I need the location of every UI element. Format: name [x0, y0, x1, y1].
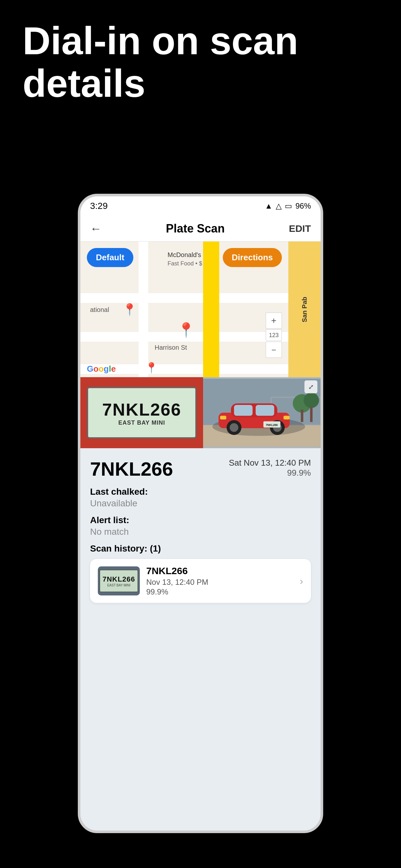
directions-button[interactable]: Directions [223, 248, 282, 267]
svg-rect-12 [220, 416, 226, 420]
car-scene-svg: 7NKL266 [203, 377, 320, 448]
scan-history-label: Scan history: (1) [90, 544, 311, 554]
map-label-mcdonalds: McDonald's [167, 251, 201, 259]
history-info: 7NKL266 Nov 13, 12:40 PM 99.9% [146, 565, 293, 596]
status-icons: ▲ △ ▭ 96% [265, 202, 311, 211]
scan-date: Sat Nov 13, 12:40 PM [229, 458, 311, 468]
status-bar: 3:29 ▲ △ ▭ 96% [81, 196, 320, 216]
expand-icon[interactable]: ⤢ [305, 380, 317, 393]
svg-rect-7 [256, 405, 274, 416]
road-v1 [138, 242, 148, 377]
plate-sub-display: EAST BAY MINI [118, 420, 165, 426]
history-card[interactable]: 7NKL266 EAST BAY MINI 7NKL266 Nov 13, 12… [90, 559, 311, 603]
san-pablo-label: San Pab [301, 297, 308, 322]
hero-title: Dial-in on scan details [23, 20, 378, 104]
history-plate-sub: EAST BAY MINI [107, 584, 130, 587]
map-label-harrison: Harrison St [155, 344, 187, 351]
plate-display: 7NKL266 EAST BAY MINI [87, 387, 197, 438]
phone-mockup: 3:29 ▲ △ ▭ 96% ← Plate Scan EDIT McDonal… [78, 194, 323, 833]
scan-confidence: 99.9% [229, 468, 311, 478]
history-thumb: 7NKL266 EAST BAY MINI [98, 566, 140, 595]
history-thumb-inner: 7NKL266 EAST BAY MINI [99, 569, 138, 592]
car-image[interactable]: 7NKL266 ⤢ [203, 377, 320, 448]
svg-point-18 [304, 393, 319, 408]
back-button[interactable]: ← [90, 222, 102, 236]
map-pin-red-icon: 📍 [177, 321, 195, 338]
last-chalked-value: Unavailable [90, 498, 311, 508]
alert-list-label: Alert list: [90, 515, 311, 525]
svg-point-9 [229, 423, 238, 432]
plate-heading-row: 7NKL266 Sat Nov 13, 12:40 PM 99.9% [90, 458, 311, 480]
zoom-in-button[interactable]: + [266, 313, 282, 329]
alert-list-value: No match [90, 527, 311, 537]
scan-meta: Sat Nov 13, 12:40 PM 99.9% [229, 458, 311, 478]
svg-rect-6 [234, 405, 252, 416]
details-section: 7NKL266 Sat Nov 13, 12:40 PM 99.9% Last … [81, 448, 320, 609]
map-container[interactable]: McDonald's Fast Food • $ ▼ Harrison St a… [81, 242, 320, 377]
wifi-icon: ▲ [265, 202, 273, 211]
road-v2 [203, 242, 219, 377]
history-confidence: 99.9% [146, 587, 293, 596]
map-zoom-controls: + 123 － [266, 313, 282, 358]
zoom-out-button[interactable]: － [266, 342, 282, 358]
svg-rect-17 [301, 409, 304, 422]
alert-list-row: Alert list: No match [90, 515, 311, 537]
map-label-national: ational [90, 306, 109, 314]
signal-icon: △ [276, 202, 281, 211]
history-plate-text: 7NKL266 [102, 575, 135, 584]
road-h1 [81, 293, 320, 303]
svg-text:7NKL266: 7NKL266 [266, 423, 278, 427]
history-plate-num: 7NKL266 [146, 565, 293, 577]
status-time: 3:29 [90, 201, 108, 211]
scan-images-row: 7NKL266 EAST BAY MINI [81, 377, 320, 448]
edit-button[interactable]: EDIT [289, 223, 311, 234]
svg-rect-19 [310, 407, 312, 422]
map-pin-gray-icon: 📍 [122, 303, 137, 316]
plate-number-heading: 7NKL266 [90, 458, 173, 480]
plate-number-display: 7NKL266 [102, 399, 181, 420]
map-location-icon: 📍 [145, 362, 158, 374]
app-header: ← Plate Scan EDIT [81, 216, 320, 242]
last-chalked-row: Last chalked: Unavailable [90, 487, 311, 508]
default-button[interactable]: Default [87, 248, 133, 267]
hero-section: Dial-in on scan details [23, 20, 378, 104]
road-h3 [81, 364, 320, 374]
plate-image[interactable]: 7NKL266 EAST BAY MINI [81, 377, 203, 448]
road-h2 [81, 332, 320, 342]
svg-rect-13 [283, 416, 289, 420]
san-pablo-street: San Pab [288, 242, 320, 377]
chevron-right-icon: › [300, 575, 303, 587]
history-date: Nov 13, 12:40 PM [146, 578, 293, 587]
map-number-badge: 123 [266, 330, 282, 341]
header-title: Plate Scan [166, 222, 225, 236]
back-arrow-icon: ← [90, 222, 102, 236]
battery-icon: ▭ [285, 202, 292, 211]
battery-percent: 96% [296, 202, 311, 211]
last-chalked-label: Last chalked: [90, 487, 311, 497]
google-logo: Google [87, 364, 116, 374]
map-label-fast-food: Fast Food • $ [167, 260, 202, 267]
